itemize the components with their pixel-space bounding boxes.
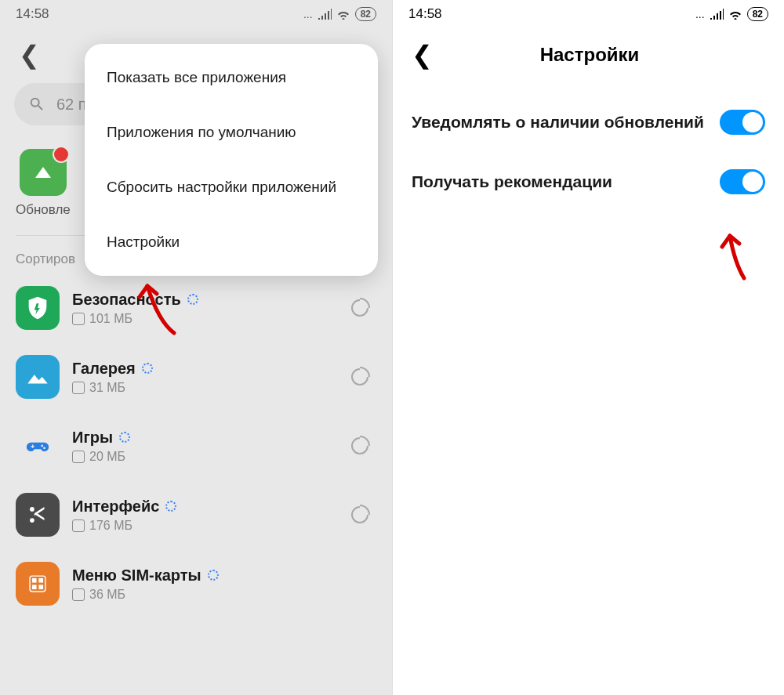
app-row-interface[interactable]: Интерфейс 176 МБ [0,480,392,549]
search-icon [28,96,45,113]
app-size: 176 МБ [89,519,132,533]
wifi-icon [336,9,350,20]
toggle-switch[interactable] [720,110,765,135]
battery-icon: 82 [747,7,768,21]
pie-icon [351,299,368,317]
shield-icon [16,286,60,330]
app-info: Интерфейс 176 МБ [72,498,339,533]
loading-icon [208,570,219,581]
menu-item-settings[interactable]: Настройки [85,215,378,270]
back-button[interactable]: ❮ [19,42,40,67]
setting-label: Получать рекомендации [412,172,707,191]
setting-recommendations[interactable]: Получать рекомендации [412,152,765,212]
network-dots-icon: ... [695,8,705,20]
storage-icon [72,313,85,325]
menu-item-show-all[interactable]: Показать все приложения [85,50,378,105]
signal-icon [318,9,332,20]
storage-icon [72,382,85,394]
svg-rect-2 [38,578,43,583]
status-bar: 14:58 ... 82 [393,0,784,28]
clock: 14:58 [408,6,442,22]
menu-item-default-apps[interactable]: Приложения по умолчанию [85,105,378,160]
loading-icon [165,501,176,512]
scissors-icon [16,493,60,537]
gallery-icon [16,355,60,399]
app-row-security[interactable]: Безопасность 101 МБ [0,273,392,342]
app-size: 101 МБ [89,312,132,326]
annotation-arrow-icon [706,223,769,286]
storage-icon [72,519,85,532]
update-icon [20,149,67,196]
pie-icon [351,437,368,454]
loading-icon [142,363,153,374]
overflow-menu: Показать все приложения Приложения по ум… [85,44,378,276]
clock: 14:58 [16,6,49,22]
signal-icon [710,9,724,20]
app-size: 36 МБ [89,588,125,602]
setting-notify-updates[interactable]: Уведомлять о наличии обновлений [412,92,765,152]
svg-rect-3 [32,585,37,589]
right-phone-frame: 14:58 ... 82 ❮ Настройки Уведомлять о на… [392,0,784,695]
app-row-sim[interactable]: Меню SIM-карты 36 МБ [0,549,392,618]
menu-item-reset[interactable]: Сбросить настройки приложений [85,160,378,215]
pie-icon [351,506,368,523]
pie-icon [351,368,368,386]
storage-icon [72,588,85,601]
left-phone-frame: 14:58 ... 82 ❮ 62 п Обновле Сортиров Б [0,0,392,695]
app-size: 31 МБ [89,381,125,395]
app-name: Безопасность [72,291,181,309]
wifi-icon [728,9,742,20]
header: ❮ Настройки [393,28,784,74]
battery-icon: 82 [355,7,376,21]
sim-icon [16,562,60,606]
app-name: Меню SIM-карты [72,566,201,585]
search-value: 62 п [56,96,87,114]
app-info: Галерея 31 МБ [72,360,339,395]
svg-rect-4 [38,585,43,589]
app-row-gallery[interactable]: Галерея 31 МБ [0,342,392,411]
loading-icon [187,294,198,305]
gamepad-icon [16,424,60,468]
network-dots-icon: ... [303,8,313,20]
arrow-up-icon [35,167,51,178]
status-icons: ... 82 [695,7,768,21]
loading-icon [119,432,130,443]
status-icons: ... 82 [303,7,376,21]
storage-icon [72,451,85,463]
app-info: Игры 20 МБ [72,429,339,464]
updates-shortcut[interactable]: Обновле [16,149,71,218]
status-bar: 14:58 ... 82 [0,0,392,28]
setting-label: Уведомлять о наличии обновлений [412,113,707,132]
shortcut-label: Обновле [16,202,71,218]
page-title: Настройки [414,44,765,66]
app-name: Интерфейс [72,498,159,516]
app-name: Игры [72,429,113,447]
svg-rect-1 [32,578,37,583]
settings-list: Уведомлять о наличии обновлений Получать… [393,74,784,230]
app-size: 20 МБ [89,450,125,464]
app-name: Галерея [72,360,136,378]
app-info: Безопасность 101 МБ [72,291,339,326]
app-info: Меню SIM-карты 36 МБ [72,566,376,602]
toggle-switch[interactable] [720,169,765,194]
app-row-games[interactable]: Игры 20 МБ [0,411,392,480]
